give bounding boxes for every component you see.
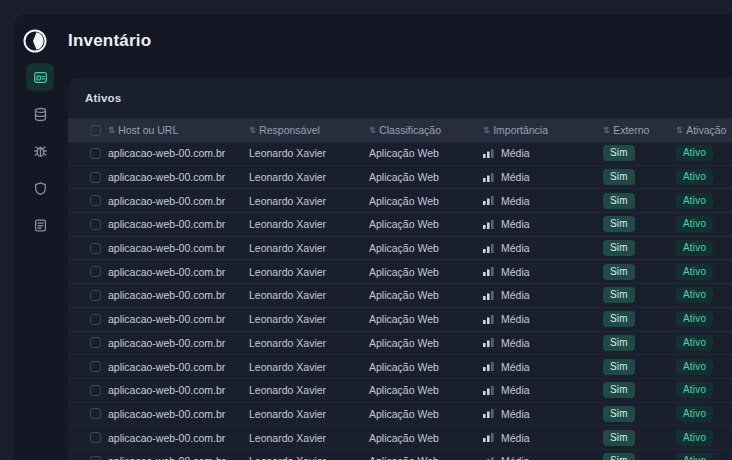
ativacao-badge: Ativo xyxy=(676,264,713,280)
row-checkbox[interactable] xyxy=(90,456,101,460)
cell-responsavel: Leonardo Xavier xyxy=(249,195,369,207)
importance-bars-icon xyxy=(483,336,495,349)
externo-badge: Sim xyxy=(603,311,635,327)
table-row[interactable]: aplicacao-web-00.com.br Leonardo Xavier … xyxy=(68,426,732,450)
cell-classificacao: Aplicação Web xyxy=(369,361,483,373)
importance-bars-icon xyxy=(483,147,495,160)
sort-icon: ⇅ xyxy=(369,126,376,135)
cell-responsavel: Leonardo Xavier xyxy=(249,218,369,230)
row-checkbox[interactable] xyxy=(90,432,101,443)
column-header-externo[interactable]: ⇅ Externo xyxy=(603,124,676,136)
cell-responsavel: Leonardo Xavier xyxy=(249,266,369,278)
bug-icon xyxy=(33,144,48,159)
row-checkbox[interactable] xyxy=(90,172,101,183)
table-row[interactable]: aplicacao-web-00.com.br Leonardo Xavier … xyxy=(68,237,732,261)
column-header-label: Importância xyxy=(493,124,548,136)
table-body: aplicacao-web-00.com.br Leonardo Xavier … xyxy=(68,142,732,460)
row-checkbox[interactable] xyxy=(90,148,101,159)
cell-classificacao: Aplicação Web xyxy=(369,313,483,325)
importance-bars-icon xyxy=(483,431,495,444)
ativacao-badge: Ativo xyxy=(676,287,713,303)
column-header-label: Externo xyxy=(613,124,649,136)
table-row[interactable]: aplicacao-web-00.com.br Leonardo Xavier … xyxy=(68,142,732,166)
row-checkbox[interactable] xyxy=(90,361,101,372)
cell-responsavel: Leonardo Xavier xyxy=(249,432,369,444)
database-icon xyxy=(33,107,48,122)
table-row[interactable]: aplicacao-web-00.com.br Leonardo Xavier … xyxy=(68,284,732,308)
cell-importancia: Média xyxy=(501,384,530,396)
table-row[interactable]: aplicacao-web-00.com.br Leonardo Xavier … xyxy=(68,450,732,460)
ativacao-badge: Ativo xyxy=(676,216,713,232)
row-checkbox[interactable] xyxy=(90,266,101,277)
importance-bars-icon xyxy=(483,360,495,373)
cell-host: aplicacao-web-00.com.br xyxy=(101,384,249,396)
cell-host: aplicacao-web-00.com.br xyxy=(101,289,249,301)
externo-badge: Sim xyxy=(603,359,635,375)
importance-bars-icon xyxy=(483,242,495,255)
externo-badge: Sim xyxy=(603,169,635,185)
sidebar xyxy=(14,63,66,239)
column-header-label: Ativação xyxy=(686,124,726,136)
column-header-importancia[interactable]: ⇅ Importância xyxy=(483,124,603,136)
table-row[interactable]: aplicacao-web-00.com.br Leonardo Xavier … xyxy=(68,189,732,213)
table-row[interactable]: aplicacao-web-00.com.br Leonardo Xavier … xyxy=(68,260,732,284)
table-row[interactable]: aplicacao-web-00.com.br Leonardo Xavier … xyxy=(68,332,732,356)
sidebar-item-inventory[interactable] xyxy=(26,63,54,91)
ativacao-badge: Ativo xyxy=(676,453,713,460)
ativacao-badge: Ativo xyxy=(676,311,713,327)
sort-icon: ⇅ xyxy=(249,126,256,135)
cell-classificacao: Aplicação Web xyxy=(369,147,483,159)
importance-bars-icon xyxy=(483,218,495,231)
row-checkbox[interactable] xyxy=(90,290,101,301)
column-header-responsavel[interactable]: ⇅ Responsável xyxy=(249,124,369,136)
cell-importancia: Média xyxy=(501,266,530,278)
column-header-label: Host ou URL xyxy=(118,124,178,136)
row-checkbox[interactable] xyxy=(90,219,101,230)
report-icon xyxy=(33,218,48,233)
row-checkbox[interactable] xyxy=(90,243,101,254)
column-header-host[interactable]: ⇅ Host ou URL xyxy=(101,124,249,136)
cell-importancia: Média xyxy=(501,455,530,460)
table-row[interactable]: aplicacao-web-00.com.br Leonardo Xavier … xyxy=(68,379,732,403)
cell-host: aplicacao-web-00.com.br xyxy=(101,408,249,420)
cell-importancia: Média xyxy=(501,218,530,230)
table-row[interactable]: aplicacao-web-00.com.br Leonardo Xavier … xyxy=(68,355,732,379)
sidebar-item-shield[interactable] xyxy=(26,174,54,202)
table-header-row: ⇅ Host ou URL ⇅ Responsável ⇅ Classifica… xyxy=(68,118,732,142)
importance-bars-icon xyxy=(483,265,495,278)
importance-bars-icon xyxy=(483,313,495,326)
column-header-classificacao[interactable]: ⇅ Classificação xyxy=(369,124,483,136)
sidebar-item-bug[interactable] xyxy=(26,137,54,165)
sort-icon: ⇅ xyxy=(483,126,490,135)
cell-classificacao: Aplicação Web xyxy=(369,408,483,420)
cell-host: aplicacao-web-00.com.br xyxy=(101,218,249,230)
row-checkbox[interactable] xyxy=(90,195,101,206)
column-header-ativacao[interactable]: ⇅ Ativação xyxy=(676,124,732,136)
cell-host: aplicacao-web-00.com.br xyxy=(101,171,249,183)
cell-host: aplicacao-web-00.com.br xyxy=(101,455,249,460)
cell-importancia: Média xyxy=(501,171,530,183)
cell-responsavel: Leonardo Xavier xyxy=(249,289,369,301)
row-checkbox[interactable] xyxy=(90,385,101,396)
app-logo-icon xyxy=(22,28,48,54)
sort-icon: ⇅ xyxy=(603,126,610,135)
cell-host: aplicacao-web-00.com.br xyxy=(101,313,249,325)
cell-importancia: Média xyxy=(501,289,530,301)
row-checkbox[interactable] xyxy=(90,314,101,325)
cell-host: aplicacao-web-00.com.br xyxy=(101,432,249,444)
row-checkbox[interactable] xyxy=(90,408,101,419)
table-row[interactable]: aplicacao-web-00.com.br Leonardo Xavier … xyxy=(68,308,732,332)
externo-badge: Sim xyxy=(603,287,635,303)
cell-importancia: Média xyxy=(501,313,530,325)
externo-badge: Sim xyxy=(603,145,635,161)
sidebar-item-report[interactable] xyxy=(26,211,54,239)
sidebar-item-database[interactable] xyxy=(26,100,54,128)
table-row[interactable]: aplicacao-web-00.com.br Leonardo Xavier … xyxy=(68,213,732,237)
table-row[interactable]: aplicacao-web-00.com.br Leonardo Xavier … xyxy=(68,166,732,190)
cell-host: aplicacao-web-00.com.br xyxy=(101,195,249,207)
cell-classificacao: Aplicação Web xyxy=(369,171,483,183)
row-checkbox[interactable] xyxy=(90,337,101,348)
externo-badge: Sim xyxy=(603,453,635,460)
select-all-checkbox[interactable] xyxy=(90,125,101,136)
table-row[interactable]: aplicacao-web-00.com.br Leonardo Xavier … xyxy=(68,403,732,427)
